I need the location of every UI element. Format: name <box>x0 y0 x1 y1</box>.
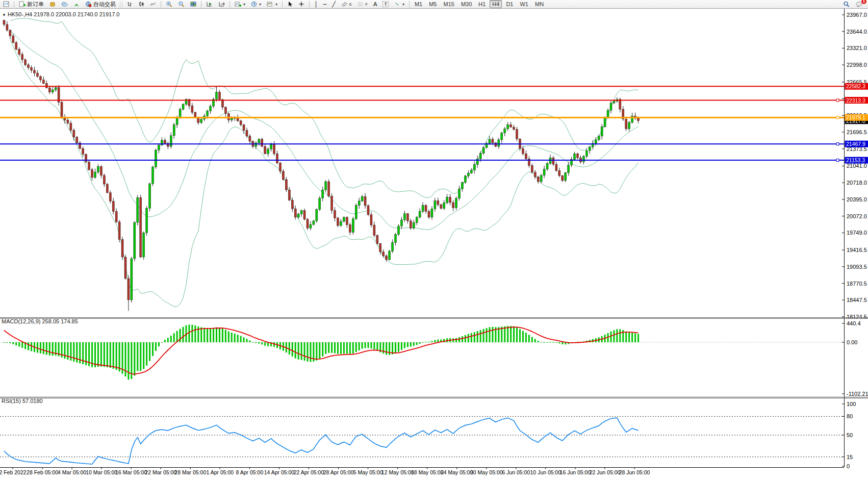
main-toolbar: 新订单 自动交易 <box>0 0 868 9</box>
separator <box>201 1 201 8</box>
bar-chart-mode-button[interactable] <box>124 0 135 9</box>
step-forward-button[interactable] <box>204 0 215 9</box>
svg-text:4 Mar 05:00: 4 Mar 05:00 <box>58 469 86 475</box>
autotrading-label: 自动交易 <box>93 1 116 8</box>
svg-text:100: 100 <box>847 401 856 407</box>
text-tool[interactable]: A <box>371 0 379 9</box>
zoom-out-button[interactable] <box>176 0 187 9</box>
vertical-line-tool[interactable]: │ <box>312 0 320 9</box>
svg-text:21979.1: 21979.1 <box>846 114 865 120</box>
tile-windows-icon <box>190 1 196 7</box>
svg-text:21153.3: 21153.3 <box>846 157 865 163</box>
text-tool-icon: A <box>373 1 377 8</box>
tab-m30[interactable]: M30 <box>458 0 474 8</box>
tab-mn[interactable]: MN <box>532 0 546 8</box>
auto-scroll-icon <box>218 1 225 7</box>
svg-text:18 May 05:00: 18 May 05:00 <box>411 469 444 475</box>
svg-text:30 May 05:00: 30 May 05:00 <box>470 469 503 475</box>
chart-canvas[interactable]: 23967.023644.023321.022998.022665.522342… <box>0 9 868 481</box>
channel-e-label: E <box>349 3 352 6</box>
equidistant-channel-tool[interactable]: E <box>339 0 354 9</box>
cursor-icon <box>287 1 293 7</box>
svg-text:80: 80 <box>847 413 853 419</box>
periods-button[interactable]: ▾ <box>249 0 263 9</box>
tab-m5[interactable]: M5 <box>426 0 439 8</box>
svg-text:5 May 05:00: 5 May 05:00 <box>353 469 383 475</box>
tab-w1[interactable]: W1 <box>517 0 531 8</box>
auto-scroll-button[interactable] <box>216 0 227 9</box>
crosshair-tool-button[interactable] <box>296 0 307 9</box>
text-label-tool[interactable]: T <box>380 0 391 9</box>
dropdown-caret-icon: ▾ <box>259 2 261 7</box>
fibonacci-icon <box>358 1 364 7</box>
svg-text:23321.0: 23321.0 <box>847 45 867 51</box>
svg-text:19416.5: 19416.5 <box>847 247 867 253</box>
svg-text:19749.0: 19749.0 <box>847 230 867 236</box>
svg-text:28 Jun 05:00: 28 Jun 05:00 <box>619 469 650 475</box>
svg-text:18770.5: 18770.5 <box>847 281 867 287</box>
market-watch-button[interactable] <box>47 0 58 9</box>
svg-text:28 Feb 05:00: 28 Feb 05:00 <box>27 469 58 475</box>
svg-text:18447.5: 18447.5 <box>847 297 867 303</box>
candlestick-mode-button[interactable] <box>136 0 146 9</box>
dropdown-caret-icon: ▾ <box>402 2 404 7</box>
trendline-tool[interactable]: ╱ <box>330 0 338 9</box>
svg-text:0: 0 <box>847 463 850 469</box>
cloud-icon <box>61 1 68 7</box>
templates-button[interactable]: ▾ <box>265 0 279 9</box>
separator <box>309 1 310 8</box>
zoom-out-icon <box>178 1 185 8</box>
fibonacci-tool[interactable]: F <box>355 0 370 9</box>
svg-text:6 Jun 05:00: 6 Jun 05:00 <box>502 469 530 475</box>
clock-icon <box>251 1 257 7</box>
cursor-tool-button[interactable] <box>285 0 295 9</box>
tab-m15[interactable]: M15 <box>441 0 456 8</box>
new-order-button[interactable]: 新订单 <box>17 0 46 9</box>
search-button[interactable] <box>841 0 852 9</box>
add-indicator-button[interactable]: ▾ <box>233 0 247 9</box>
tab-m1[interactable]: M1 <box>412 0 425 8</box>
data-window-button[interactable] <box>59 0 70 9</box>
hline-icon: ─ <box>323 1 327 8</box>
svg-text:22998.0: 22998.0 <box>847 62 867 68</box>
symbol-dropdown-icon[interactable]: ▼ <box>2 13 6 17</box>
svg-text:1 Apr 05:00: 1 Apr 05:00 <box>206 469 234 475</box>
gold-box-icon <box>49 1 56 7</box>
tile-windows-button[interactable] <box>188 0 198 9</box>
zoom-in-button[interactable] <box>164 0 174 9</box>
signals-button[interactable] <box>71 0 82 9</box>
svg-text:21696.5: 21696.5 <box>847 129 867 135</box>
line-chart-mode-button[interactable] <box>148 0 158 9</box>
vline-icon: │ <box>314 1 318 8</box>
notifications-button[interactable]: 1 <box>854 0 865 9</box>
svg-text:16 Mar 05:00: 16 Mar 05:00 <box>115 469 147 475</box>
separator <box>14 1 14 8</box>
svg-text:23967.0: 23967.0 <box>847 12 867 18</box>
horizontal-line-tool[interactable]: ─ <box>321 0 329 9</box>
autotrading-globe-icon <box>85 1 92 7</box>
mt4-window: 新订单 自动交易 <box>0 0 868 481</box>
svg-text:22582.3: 22582.3 <box>846 83 865 89</box>
arrows-icon <box>394 1 400 7</box>
autotrading-button[interactable]: 自动交易 <box>83 0 118 9</box>
search-icon <box>843 1 850 8</box>
tab-d1[interactable]: D1 <box>503 0 516 8</box>
bar-chart-icon <box>126 1 133 7</box>
separator <box>409 1 410 8</box>
svg-text:22 Apr 05:00: 22 Apr 05:00 <box>294 469 324 475</box>
svg-text:14 Apr 05:00: 14 Apr 05:00 <box>264 469 295 475</box>
svg-text:0.00: 0.00 <box>847 339 857 345</box>
rsi-pane-label: RSI(15) 57.0180 <box>2 398 43 404</box>
separator <box>282 1 283 8</box>
chart-shift-icon <box>206 1 213 7</box>
chart-window-icon[interactable] <box>1 0 11 9</box>
svg-text:16 Jun 05:00: 16 Jun 05:00 <box>560 469 591 475</box>
tab-h1[interactable]: H1 <box>476 0 488 8</box>
tab-h4[interactable]: H4 <box>490 0 502 8</box>
svg-text:15: 15 <box>847 454 853 460</box>
svg-text:50: 50 <box>847 432 853 438</box>
svg-text:28 Mar 05:00: 28 Mar 05:00 <box>174 469 206 475</box>
arrows-tool[interactable]: ▾ <box>392 0 406 9</box>
svg-text:12 May 05:00: 12 May 05:00 <box>381 469 414 475</box>
chart-icon <box>3 1 9 7</box>
